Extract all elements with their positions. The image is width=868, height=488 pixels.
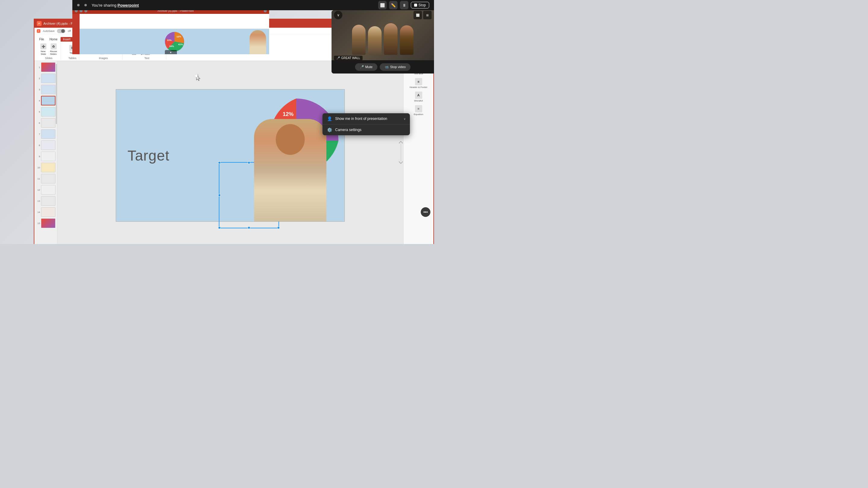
slide-thumb-4[interactable]: 4 <box>36 96 56 106</box>
preview-ribbon <box>80 14 269 29</box>
slide-num-14: 14 <box>36 211 40 214</box>
sel-handle-lm[interactable] <box>218 194 221 196</box>
tab-file[interactable]: File <box>37 37 46 41</box>
slide-thumb-7[interactable]: 7 <box>36 129 56 139</box>
slide-img-10[interactable] <box>41 163 56 172</box>
slide-thumb-15[interactable]: 15 <box>36 218 56 228</box>
show-me-label: Show me in front of presentation <box>335 117 387 121</box>
show-me-icon: 👤 <box>327 116 332 121</box>
slide-thumb-11[interactable]: 11 <box>36 173 56 184</box>
equation-right-icon: = <box>415 105 422 112</box>
collapse-preview-btn[interactable]: ▲ <box>165 50 177 54</box>
slide-canvas[interactable]: Target 41% 34% 13 <box>57 61 403 244</box>
annotate-btn[interactable]: ✏️ <box>389 1 398 9</box>
person-3 <box>384 23 398 55</box>
slide-img-15[interactable] <box>41 218 56 228</box>
drag-handle-icon2 <box>84 4 87 6</box>
mute-label: Mute <box>365 65 373 69</box>
scroll-down-arrow[interactable] <box>399 160 403 164</box>
new-slide-btn[interactable]: ➕ NewSlide <box>39 43 48 56</box>
slide-img-9[interactable] <box>41 152 56 161</box>
svg-text:13%: 13% <box>167 39 172 41</box>
slide-content: Target 41% 34% 13 <box>116 89 345 222</box>
slide-thumb-14[interactable]: 14 <box>36 207 56 217</box>
more-options-icon: ••• <box>424 210 428 215</box>
sel-handle-bm[interactable] <box>248 227 250 229</box>
sel-handle-bl[interactable] <box>218 227 221 229</box>
slide-num-9: 9 <box>36 155 40 158</box>
slide-thumb-12[interactable]: 12 <box>36 185 56 195</box>
slide-thumb-3[interactable]: 3 <box>36 84 56 95</box>
context-menu: 👤 Show me in front of presentation ∨ ⚙️ … <box>322 113 410 135</box>
person-1 <box>352 25 366 55</box>
slide-thumb-6[interactable]: 6 <box>36 118 56 128</box>
presenter-overlay <box>254 119 327 221</box>
mute-btn[interactable]: 🎤 Mute <box>355 63 377 71</box>
slide-panel[interactable]: 1 2 3 4 5 6 7 <box>34 61 57 244</box>
sel-handle-br[interactable] <box>277 227 280 229</box>
stop-sharing-btn[interactable]: Stop <box>411 2 429 8</box>
slide-img-6[interactable] <box>41 118 56 128</box>
ribbon-slides-group: ➕ NewSlide ♻ ReuseSlides Slides <box>37 43 61 60</box>
stop-video-btn[interactable]: 📹 Stop video <box>380 63 410 71</box>
slide-img-5[interactable] <box>41 107 56 117</box>
header-footer-right-btn[interactable]: ≡ Header & Footer <box>405 77 432 90</box>
slide-img-7[interactable] <box>41 129 56 139</box>
vertical-scrollbar[interactable] <box>400 143 401 161</box>
teams-controls: 🎤 Mute 📹 Stop video <box>332 60 434 73</box>
images-group-label: Images <box>99 57 108 60</box>
equation-right-label: Equation <box>414 113 424 116</box>
reuse-slides-btn[interactable]: ♻ ReuseSlides <box>49 43 58 56</box>
slide-num-10: 10 <box>36 166 40 169</box>
slide-panel-scrollbar[interactable] <box>56 64 57 124</box>
new-slide-label: NewSlide <box>41 50 46 56</box>
slide-num-15: 15 <box>36 222 40 225</box>
mic-icon: 🎤 <box>336 56 340 60</box>
context-menu-item-show-me[interactable]: 👤 Show me in front of presentation ∨ <box>322 113 410 124</box>
wordart-right-btn[interactable]: A WordArt <box>405 90 432 103</box>
slide-img-12[interactable] <box>41 185 56 195</box>
teams-gallery-view-btn[interactable]: ⊞ <box>423 11 432 19</box>
slide-num-1: 1 <box>36 66 40 69</box>
slide-thumb-10[interactable]: 10 <box>36 162 56 173</box>
participant-name: GREAT WALL <box>341 56 360 60</box>
tab-insert[interactable]: Insert <box>61 37 73 41</box>
teams-grid-view-btn[interactable]: ⬜ <box>413 11 422 19</box>
sel-handle-tl[interactable] <box>218 161 221 164</box>
slide-thumb-5[interactable]: 5 <box>36 107 56 117</box>
drag-handle-icon <box>77 4 80 6</box>
slide-img-3[interactable] <box>41 85 56 94</box>
person-4 <box>400 25 413 55</box>
pause-btn[interactable]: ⏸ <box>400 1 408 9</box>
slide-img-2[interactable] <box>41 73 56 83</box>
sharing-controls: ⬜ ✏️ ⏸ Stop <box>378 1 429 9</box>
preview-content: 12% 41% 34% 13% <box>72 14 269 54</box>
more-options-btn[interactable]: ••• <box>421 207 430 217</box>
teams-collapse-btn[interactable]: ∨ <box>334 11 342 19</box>
slide-num-12: 12 <box>36 189 40 191</box>
tables-group-label: Tables <box>68 57 76 60</box>
ppt-icon-small: P <box>37 29 40 33</box>
context-menu-item-camera[interactable]: ⚙️ Camera settings <box>322 124 410 135</box>
slide-img-11[interactable] <box>41 174 56 184</box>
slide-thumb-13[interactable]: 13 <box>36 196 56 206</box>
autosave-toggle[interactable] <box>57 29 65 33</box>
ppt-mini-preview: Archiver (4).pptx - PowerPoint 12% 41% 3… <box>72 8 269 54</box>
slide-thumb-2[interactable]: 2 <box>36 73 56 84</box>
slide-img-14[interactable] <box>41 207 56 217</box>
slide-thumb-8[interactable]: 8 <box>36 140 56 150</box>
sel-handle-tm[interactable] <box>248 161 250 164</box>
slide-img-13[interactable] <box>41 196 56 206</box>
slide-img-8[interactable] <box>41 140 56 150</box>
slide-img-4[interactable] <box>41 96 56 105</box>
camera-settings-label: Camera settings <box>335 128 361 132</box>
slide-thumb-9[interactable]: 9 <box>36 151 56 161</box>
slide-thumb-1[interactable]: 1 <box>36 62 56 72</box>
slide-img-1[interactable] <box>41 62 56 72</box>
display-btn[interactable]: ⬜ <box>378 1 387 9</box>
pie-label-12: 12% <box>283 111 293 117</box>
new-slide-icon: ➕ <box>40 43 46 50</box>
tab-home[interactable]: Home <box>47 37 60 41</box>
text-group-label: Text <box>144 57 150 60</box>
wordart-right-icon: A <box>415 92 422 99</box>
